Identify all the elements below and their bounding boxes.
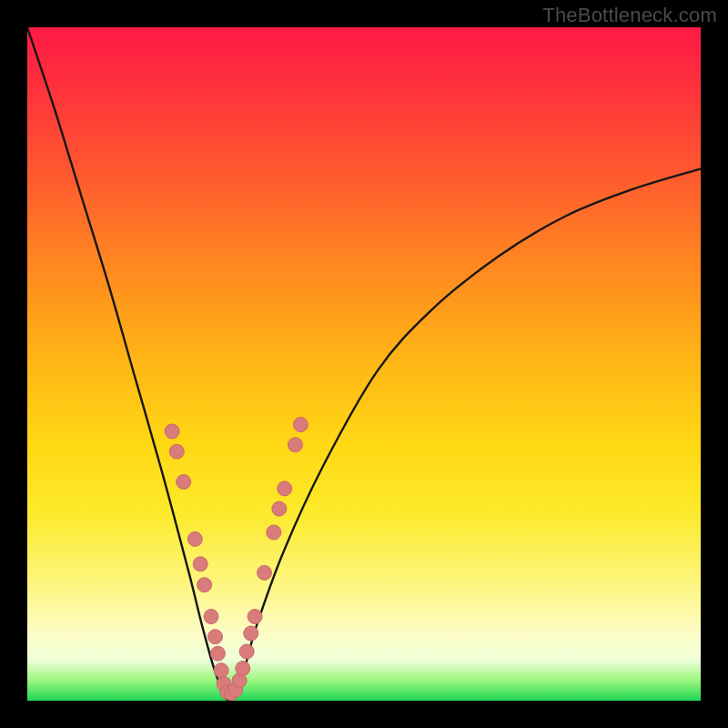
chart-frame: TheBottleneck.com [0,0,728,728]
curve-marker [248,610,262,624]
curve-marker [208,630,223,644]
attribution-label: TheBottleneck.com [542,4,717,27]
curve-marker [193,557,207,571]
curve-marker [258,565,272,580]
curve-marker [288,438,303,452]
bottleneck-curve [27,27,701,701]
curve-marker [204,610,218,624]
plot-area [27,27,701,701]
curve-marker [197,578,212,592]
curve-marker [169,444,184,459]
curve-marker [187,531,202,546]
curve-marker [214,663,228,678]
curve-marker [236,662,250,676]
curve-marker [210,646,225,661]
curve-marker [244,626,258,641]
curve-marker [293,418,308,432]
curve-marker [165,424,179,439]
curve-marker [177,475,191,490]
curve-line [27,27,701,701]
curve-marker [239,644,254,659]
curve-marker [278,481,292,496]
curve-marker [267,525,281,540]
curve-marker [272,501,287,516]
